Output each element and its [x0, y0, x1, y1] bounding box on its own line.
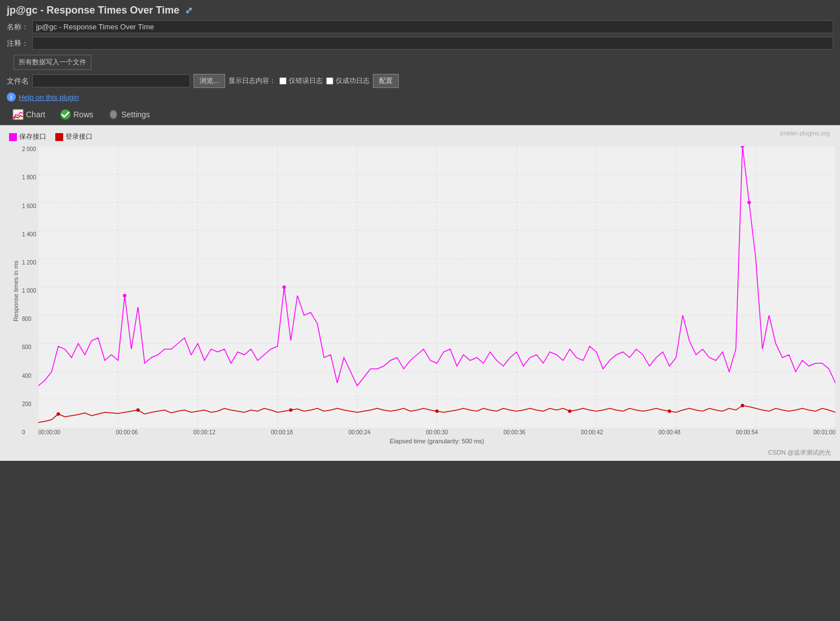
all-data-section: 所有数据写入一个文件 [14, 55, 91, 70]
tab-rows-label: Rows [73, 110, 93, 119]
y-tick-200: 200 [22, 401, 36, 407]
y-tick-1400: 1 400 [22, 231, 36, 237]
file-label: 文件名 [7, 76, 29, 86]
y-tick-1600: 1 600 [22, 203, 36, 209]
comment-label: 注释： [7, 38, 29, 49]
tab-settings[interactable]: Settings [102, 107, 156, 122]
success-log-checkbox-label[interactable]: 仅成功日志 [326, 76, 370, 86]
legend-item-save: 保存接口 [9, 132, 46, 142]
x-tick-30: 00:00:30 [426, 429, 448, 435]
help-link[interactable]: i Help on this plugin [0, 90, 840, 104]
log-display-label: 显示日志内容： [228, 76, 276, 86]
y-tick-1000: 1 000 [22, 288, 36, 294]
red-dot [137, 408, 140, 412]
name-label: 名称： [7, 22, 29, 32]
name-row: 名称： [0, 19, 840, 35]
x-tick-42: 00:00:42 [581, 429, 603, 435]
x-tick-54: 00:00:54 [736, 429, 758, 435]
info-icon: i [7, 93, 16, 102]
main-chart-svg [38, 146, 835, 428]
file-row: 文件名 浏览... 显示日志内容： 仅错误日志 仅成功日志 配置 [0, 72, 840, 90]
red-dot [668, 409, 671, 413]
x-tick-60: 00:01:00 [813, 429, 835, 435]
tab-chart[interactable]: Chart [7, 107, 51, 122]
settings-tab-icon [108, 109, 119, 120]
x-tick-36: 00:00:36 [503, 429, 525, 435]
file-input[interactable] [32, 74, 190, 87]
tabs-bar: Chart Rows Settings [0, 104, 840, 125]
red-dot [56, 412, 60, 416]
red-dot [568, 409, 571, 413]
name-input[interactable] [32, 20, 833, 33]
x-axis-label: Elapsed time (granularity: 500 ms) [38, 437, 835, 447]
rows-tab-icon [60, 109, 71, 120]
magenta-dot [283, 285, 286, 289]
chart-tab-icon [12, 109, 24, 120]
config-button[interactable]: 配置 [373, 74, 399, 88]
y-tick-1200: 1 200 [22, 259, 36, 266]
resize-icon[interactable]: ⤢ [185, 5, 192, 16]
comment-row: 注释： [0, 35, 840, 51]
tab-rows[interactable]: Rows [54, 107, 99, 122]
legend-label-login: 登录接口 [65, 132, 93, 142]
x-tick-labels: 00:00:00 00:00:06 00:00:12 00:00:18 00:0… [38, 428, 835, 437]
error-log-checkbox[interactable] [279, 77, 287, 85]
red-dot [289, 408, 292, 412]
red-dot [741, 404, 744, 407]
comment-input[interactable] [32, 37, 833, 50]
y-tick-800: 800 [22, 316, 36, 322]
legend-color-save [9, 133, 17, 141]
tab-settings-label: Settings [121, 110, 150, 119]
magenta-dot [741, 146, 744, 148]
x-tick-18: 00:00:18 [271, 429, 293, 435]
window-title: jp@gc - Response Times Over Time ⤢ [0, 0, 840, 19]
chart-container: 保存接口 登录接口 jmeter-plugins.org Response ti… [0, 125, 840, 461]
x-tick-0: 00:00:00 [38, 429, 60, 435]
browse-button[interactable]: 浏览... [193, 74, 225, 88]
legend-item-login: 登录接口 [55, 132, 93, 142]
magenta-dot [747, 201, 751, 204]
watermark: jmeter-plugins.org [780, 130, 830, 136]
magenta-dot [123, 294, 126, 297]
y-tick-0: 0 [22, 429, 36, 435]
error-log-checkbox-label[interactable]: 仅错误日志 [279, 76, 323, 86]
x-tick-12: 00:00:12 [193, 429, 216, 435]
tab-chart-label: Chart [26, 110, 45, 119]
success-log-checkbox[interactable] [326, 77, 333, 85]
x-tick-48: 00:00:48 [658, 429, 680, 435]
x-tick-6: 00:00:06 [116, 429, 138, 435]
footer-text: CSDN @追求测试的光 [5, 447, 835, 459]
y-tick-2000: 2 000 [22, 146, 36, 152]
red-dot [435, 409, 438, 413]
y-tick-400: 400 [22, 373, 36, 379]
legend-color-login [55, 133, 63, 141]
chart-legend: 保存接口 登录接口 jmeter-plugins.org [5, 130, 835, 144]
y-tick-600: 600 [22, 344, 36, 350]
legend-label-save: 保存接口 [19, 132, 46, 142]
x-tick-24: 00:00:24 [349, 429, 371, 435]
y-axis-label: Response times in ms [12, 260, 19, 321]
y-tick-1800: 1 800 [22, 174, 36, 180]
